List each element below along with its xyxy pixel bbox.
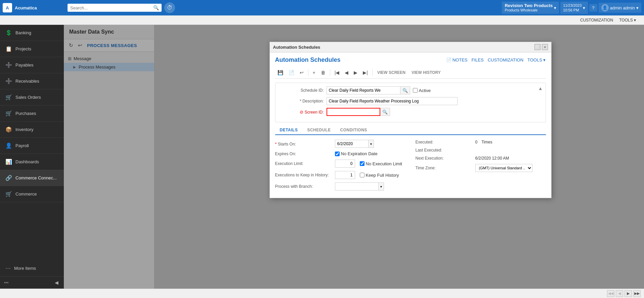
help-button[interactable]: ? <box>589 4 597 12</box>
modal-titlebar: Automation Schedules ⬜ ✕ <box>270 42 551 52</box>
last-record-button[interactable]: ▶| <box>360 68 370 77</box>
purchases-icon: 🛒 <box>5 110 12 117</box>
modal-close-button[interactable]: ✕ <box>542 44 548 50</box>
schedule-id-input[interactable] <box>327 86 400 94</box>
process-branch-input[interactable] <box>335 182 379 190</box>
main-layout: 💲 Banking 📋 Projects ➕ Payables ➕ Receiv… <box>0 25 644 289</box>
description-row: * Description: <box>280 97 541 105</box>
error-icon: ⊘ <box>300 110 303 115</box>
sidebar-item-banking[interactable]: 💲 Banking <box>0 25 64 41</box>
executed-row: Executed: 0 Times <box>416 140 546 144</box>
save-button[interactable]: 💾 <box>275 68 286 77</box>
company-name: Revision Two Products <box>505 3 553 8</box>
delete-button[interactable]: 🗑 <box>318 68 328 77</box>
execution-limit-row: Execution Limit: No Execution Limit <box>275 160 405 168</box>
sidebar-item-commerce-connect[interactable]: 🔗 Commerce Connec... <box>0 170 64 186</box>
execution-limit-input[interactable] <box>335 160 355 168</box>
sidebar-item-payroll[interactable]: 👤 Payroll <box>0 138 64 154</box>
screen-id-search-button[interactable]: 🔍 <box>380 108 390 116</box>
save-as-button[interactable]: 📄 <box>286 68 297 77</box>
starts-on-input[interactable] <box>335 140 369 148</box>
no-execution-limit-label: No Execution Limit <box>366 161 402 166</box>
modal-restore-button[interactable]: ⬜ <box>534 44 541 50</box>
sidebar-item-receivables[interactable]: ➕ Receivables <box>0 73 64 89</box>
sidebar-item-label: Payroll <box>15 143 29 148</box>
user-menu[interactable]: 👤 admin admin ▾ <box>599 3 641 13</box>
sidebar-item-projects[interactable]: 📋 Projects <box>0 41 64 57</box>
no-execution-limit-row: No Execution Limit <box>360 161 402 166</box>
datetime-chevron-icon: ▾ <box>583 5 585 10</box>
execution-limit-label: Execution Limit: <box>275 161 332 166</box>
tab-schedule[interactable]: SCHEDULE <box>302 126 335 135</box>
files-button[interactable]: FILES <box>472 57 484 62</box>
automation-schedules-modal: Automation Schedules ⬜ ✕ Automation Sche… <box>269 42 552 198</box>
logo[interactable]: A Acumatica <box>3 3 65 12</box>
bottom-first-button[interactable]: ◀◀ <box>607 290 614 297</box>
tab-details[interactable]: DETAILS <box>275 126 303 135</box>
company-selector[interactable]: Revision Two Products Products Wholesale… <box>502 2 559 14</box>
history-button[interactable]: ⏱ <box>164 2 175 13</box>
modal-top-actions: 📄 NOTES FILES CUSTOMIZATION TOOLS ▾ <box>446 57 546 62</box>
tools-dropdown[interactable]: TOOLS ▾ <box>615 18 640 23</box>
search-input[interactable] <box>70 5 153 10</box>
customization-link[interactable]: CUSTOMIZATION <box>578 18 615 23</box>
bottom-prev-button[interactable]: ◀ <box>616 290 623 297</box>
sidebar-item-purchases[interactable]: 🛒 Purchases <box>0 105 64 122</box>
prev-record-button[interactable]: ◀ <box>342 68 351 77</box>
details-left-column: * Starts On: ▾ Expires On: <box>275 140 405 194</box>
view-history-button: VIEW HISTORY <box>409 69 443 76</box>
logo-icon: A <box>3 3 12 12</box>
undo-button[interactable]: ↩ <box>297 68 306 77</box>
bottom-last-button[interactable]: ▶▶ <box>633 290 641 297</box>
no-execution-limit-checkbox[interactable] <box>360 161 364 166</box>
executions-keep-input[interactable] <box>335 171 355 179</box>
company-chevron-icon: ▾ <box>554 5 556 10</box>
sidebar: 💲 Banking 📋 Projects ➕ Payables ➕ Receiv… <box>0 25 64 289</box>
sidebar-item-more-items[interactable]: ⋯ More Items <box>0 260 64 276</box>
sidebar-item-label: Banking <box>15 30 31 35</box>
no-expiration-checkbox[interactable] <box>335 152 340 156</box>
timezone-wrap: (GMT) Universal Standard ... <box>475 164 532 172</box>
modal-header-row: Automation Schedules 📄 NOTES FILES CUSTO… <box>275 56 546 63</box>
first-record-button[interactable]: |◀ <box>332 68 342 77</box>
sidebar-item-label: Sales Orders <box>15 95 41 100</box>
keep-full-history-checkbox[interactable] <box>360 173 364 177</box>
add-button[interactable]: + <box>310 68 318 77</box>
timezone-select[interactable]: (GMT) Universal Standard ... <box>475 164 532 172</box>
next-record-button[interactable]: ▶ <box>351 68 360 77</box>
inventory-icon: 📦 <box>5 126 12 133</box>
sidebar-item-dashboards[interactable]: 📊 Dashboards <box>0 154 64 170</box>
process-branch-dropdown-button[interactable]: ▾ <box>379 182 384 190</box>
dashboards-icon: 📊 <box>5 159 12 165</box>
tab-conditions[interactable]: CONDITIONS <box>335 126 372 135</box>
nav-right: Revision Two Products Products Wholesale… <box>502 2 641 14</box>
starts-on-dropdown-button[interactable]: ▾ <box>369 140 374 148</box>
next-execution-row: Next Execution: 6/2/2020 12:00 AM <box>416 156 546 161</box>
collapse-button[interactable]: ▲ <box>538 86 543 91</box>
description-label: * Description: <box>280 99 324 103</box>
active-checkbox[interactable] <box>413 88 418 93</box>
sidebar-item-payables[interactable]: ➕ Payables <box>0 57 64 73</box>
sidebar-item-commerce[interactable]: 🛒 Commerce <box>0 186 64 202</box>
bottom-next-button[interactable]: ▶ <box>625 290 632 297</box>
datetime-value: 11/23/2023 10:56 PM <box>563 3 582 13</box>
customization-button[interactable]: CUSTOMIZATION <box>488 57 523 62</box>
sidebar-collapse-button[interactable]: ◀ <box>53 279 60 286</box>
search-bar[interactable]: 🔍 <box>68 4 162 12</box>
datetime-selector[interactable]: 11/23/2023 10:56 PM ▾ <box>560 2 588 14</box>
notes-button[interactable]: 📄 NOTES <box>446 57 468 62</box>
sidebar-item-label: Commerce <box>15 191 37 197</box>
tools-dropdown-button[interactable]: TOOLS ▾ <box>527 57 546 62</box>
active-label: Active <box>419 88 431 93</box>
sidebar-item-inventory[interactable]: 📦 Inventory <box>0 122 64 138</box>
last-executed-row: Last Executed: <box>416 148 546 153</box>
description-input[interactable] <box>327 97 458 105</box>
modal-toolbar: 💾 📄 ↩ + 🗑 |◀ ◀ ▶ ▶| VIEW SCREEN VIEW HIS… <box>275 67 546 79</box>
process-branch-label: Process with Branch: <box>275 184 332 189</box>
sidebar-item-sales-orders[interactable]: 🛒 Sales Orders <box>0 89 64 105</box>
banking-icon: 💲 <box>5 30 12 36</box>
sidebar-bottom: ••• ◀ <box>0 276 64 289</box>
screen-id-input[interactable] <box>327 108 380 116</box>
payables-icon: ➕ <box>5 62 12 68</box>
schedule-id-search-button[interactable]: 🔍 <box>400 86 410 94</box>
